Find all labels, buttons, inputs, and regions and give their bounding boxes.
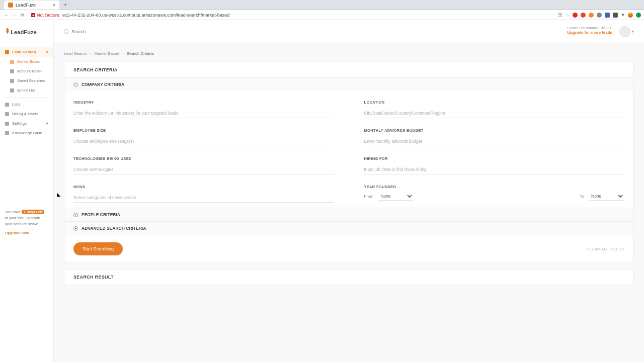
adwords-input[interactable] — [364, 137, 625, 146]
year-group: YEAR FOUNDED From None To None — [364, 185, 625, 203]
browser-tab-strip: LeadFuze × + — [0, 0, 644, 10]
upgrade-now-link[interactable]: Upgrade now — [5, 230, 29, 236]
panel-footer: Start Searching CLEAR ALL FIELDS — [64, 235, 633, 262]
extension-icons: ⚿ ☆ ✦ — [558, 12, 641, 18]
tab-close-icon[interactable]: × — [52, 3, 55, 8]
nav-lists[interactable]: Lists — [0, 100, 53, 109]
saved-icon — [10, 79, 14, 83]
chevron-down-icon: ▾ — [632, 30, 634, 34]
company-criteria-header[interactable]: − COMPANY CRITERIA — [64, 77, 633, 91]
lists-icon — [5, 103, 9, 107]
ext-icon-2[interactable] — [581, 13, 586, 18]
browser-tab[interactable]: LeadFuze × — [4, 1, 59, 10]
start-searching-button[interactable]: Start Searching — [73, 242, 123, 255]
svg-text:LeadFuze: LeadFuze — [11, 29, 37, 35]
forward-button[interactable]: → — [10, 13, 17, 18]
hiring-label: HIRING FOR — [364, 156, 625, 161]
main: Leads Remaining: 82 / 0 Upgrade for more… — [54, 20, 644, 362]
clear-all-link[interactable]: CLEAR ALL FIELDS — [586, 247, 624, 251]
warning-icon: ▲ — [31, 13, 35, 17]
chevron-right-icon: › — [122, 51, 124, 56]
location-input[interactable] — [364, 109, 625, 118]
hiring-group: HIRING FOR — [364, 156, 625, 174]
billing-icon — [5, 112, 9, 116]
panel-title: SEARCH RESULT — [64, 269, 633, 285]
leads-remaining: Leads Remaining: 82 / 0 — [567, 26, 612, 30]
nav-ignore-list[interactable]: Ignore List — [0, 85, 53, 95]
search-input[interactable] — [71, 29, 172, 34]
company-criteria-body: INDUSTRY LOCATION EMPLOYEE SIZE MONTHLY … — [64, 91, 633, 208]
global-search[interactable] — [64, 29, 172, 34]
star-icon[interactable]: ☆ — [566, 13, 570, 18]
sidebar: LeadFuze Lead Search ▾ Market Based Acco… — [0, 20, 54, 362]
content: Lead Search › Market Based › Search Crit… — [54, 43, 644, 299]
industry-group: INDUSTRY — [73, 100, 334, 118]
search-result-panel: SEARCH RESULT — [64, 269, 634, 285]
location-group: LOCATION — [364, 100, 625, 118]
location-label: LOCATION — [364, 100, 625, 105]
nav-lead-search[interactable]: Lead Search ▾ — [0, 47, 53, 57]
new-tab-button[interactable]: + — [63, 2, 67, 9]
expand-icon: + — [73, 226, 78, 231]
breadcrumb: Lead Search › Market Based › Search Crit… — [64, 51, 634, 56]
trial-badge: 7 Days Left — [22, 210, 44, 214]
url-text[interactable]: ec2-44-232-204-60.us-west-2.compute.amaz… — [62, 13, 558, 18]
year-from-label: From — [364, 194, 374, 199]
trial-box: You have 7 Days Left in your trial. Upgr… — [0, 209, 53, 362]
collapse-icon: − — [73, 82, 78, 87]
employee-input[interactable] — [73, 137, 334, 146]
key-icon[interactable]: ⚿ — [558, 13, 562, 18]
employee-group: EMPLOYEE SIZE — [73, 128, 334, 146]
advanced-criteria-header[interactable]: + ADVANCED SEARCH CRITERIA — [64, 221, 633, 235]
search-list-icon — [5, 50, 9, 54]
nav-settings[interactable]: Settings ▾ — [0, 119, 53, 128]
news-group: NEWS — [73, 185, 334, 203]
favicon — [8, 3, 13, 8]
people-criteria-header[interactable]: + PEOPLE CRITERIA — [64, 208, 633, 221]
nav-account-based[interactable]: Account Based — [0, 66, 53, 76]
nav-market-based[interactable]: Market Based — [0, 57, 53, 66]
ext-icon-6[interactable] — [613, 13, 618, 18]
avatar — [619, 26, 630, 37]
nav-knowledge-base[interactable]: Knowledge Base — [0, 128, 53, 138]
ext-icon-3[interactable] — [589, 13, 594, 18]
adwords-label: MONTHLY ADWORDS BUDGET — [364, 128, 625, 133]
nav-billing[interactable]: Billing & Users — [0, 109, 53, 119]
address-bar: ← → ⟳ ▲ Not Secure ec2-44-232-204-60.us-… — [0, 10, 644, 20]
logo[interactable]: LeadFuze — [0, 20, 53, 44]
user-menu[interactable]: ▾ — [619, 26, 634, 37]
chevron-down-icon: ▾ — [46, 50, 48, 54]
nav-divider — [5, 97, 48, 98]
hiring-input[interactable] — [364, 165, 625, 174]
account-icon — [10, 69, 14, 73]
industry-input[interactable] — [73, 109, 334, 118]
ext-icon-4[interactable] — [597, 13, 602, 18]
ext-icon-1[interactable] — [573, 13, 578, 18]
nav-saved-searches[interactable]: Saved Searches — [0, 76, 53, 85]
tech-group: TECHNOLOGIES BEING USED — [73, 156, 334, 174]
news-label: NEWS — [73, 185, 334, 189]
year-label: YEAR FOUNDED — [364, 185, 625, 189]
ext-icon-7[interactable] — [628, 13, 633, 18]
ext-icon-5[interactable] — [605, 13, 610, 18]
news-input[interactable] — [73, 193, 334, 203]
expand-icon: + — [73, 213, 78, 217]
breadcrumb-item[interactable]: Lead Search — [64, 51, 87, 56]
ext-icon-8[interactable] — [636, 13, 641, 18]
breadcrumb-current: Search Criteria — [127, 51, 153, 56]
panel-title: SEARCH CRITERIA — [64, 62, 633, 77]
tab-title: LeadFuze — [16, 3, 52, 8]
tech-label: TECHNOLOGIES BEING USED — [73, 156, 334, 161]
chevron-right-icon: › — [90, 51, 92, 56]
upgrade-leads-link[interactable]: Upgrade for more leads — [567, 30, 612, 37]
reload-button[interactable]: ⟳ — [19, 13, 26, 18]
tech-input[interactable] — [73, 165, 334, 174]
breadcrumb-item[interactable]: Market Based — [95, 51, 119, 56]
back-button[interactable]: ← — [3, 13, 10, 18]
search-icon — [64, 29, 68, 34]
chevron-down-icon: ▾ — [46, 122, 48, 126]
extensions-menu-icon[interactable]: ✦ — [621, 12, 625, 18]
year-from-select[interactable]: None — [378, 192, 414, 201]
security-badge[interactable]: ▲ Not Secure — [31, 13, 59, 18]
year-to-select[interactable]: None — [589, 192, 624, 201]
